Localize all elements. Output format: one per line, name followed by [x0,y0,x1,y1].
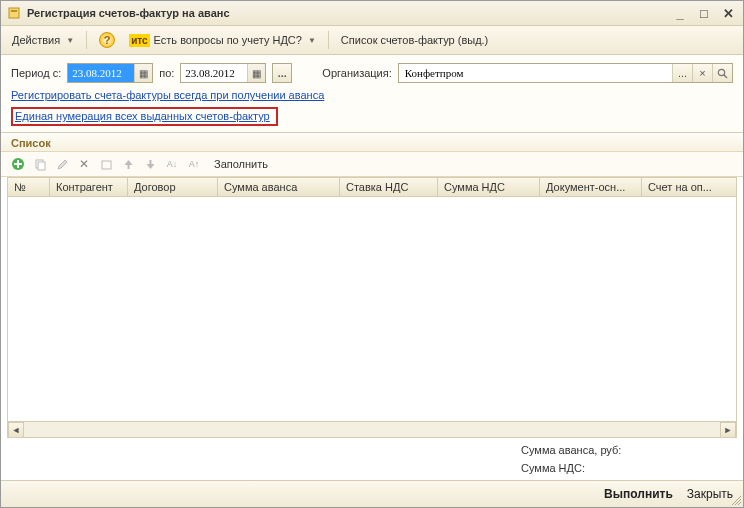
maximize-button[interactable]: □ [695,5,713,21]
svg-point-2 [718,69,724,75]
window-title: Регистрация счетов-фактур на аванс [27,7,230,19]
organization-input[interactable] [399,64,672,82]
close-button[interactable]: ✕ [719,5,737,21]
grid-toolbar: ✕ A↓ A↑ Заполнить [1,152,743,177]
date-to-field[interactable]: ▦ [180,63,266,83]
fill-button[interactable]: Заполнить [207,155,275,173]
itc-question-label: Есть вопросы по учету НДС? [154,34,302,46]
unified-numbering-link[interactable]: Единая нумерация всех выданных счетов-фа… [15,110,270,122]
main-toolbar: Действия ▼ ? итс Есть вопросы по учету Н… [1,26,743,55]
col-contract[interactable]: Договор [128,178,218,196]
col-doc-basis[interactable]: Документ-осн... [540,178,642,196]
sort-desc-button[interactable]: A↑ [185,155,203,173]
organization-lookup-button[interactable] [712,64,732,82]
copy-row-button[interactable] [31,155,49,173]
date-from-field[interactable]: ▦ [67,63,153,83]
organization-field[interactable]: ... × [398,63,733,83]
scroll-right-button[interactable]: ► [720,422,736,438]
list-section-title: Список [1,133,743,152]
close-dialog-button[interactable]: Закрыть [687,487,733,501]
date-to-input[interactable] [181,64,247,82]
edit-row-button[interactable] [53,155,71,173]
period-from-label: Период с: [11,67,61,79]
actions-label: Действия [12,34,60,46]
minimize-button[interactable]: _ [671,5,689,21]
execute-button[interactable]: Выполнить [604,487,673,501]
invoice-list-button[interactable]: Список счетов-фактур (выд.) [336,31,493,49]
col-pay-account[interactable]: Счет на оп... [642,178,736,196]
svg-rect-6 [38,162,45,170]
col-contractor[interactable]: Контрагент [50,178,128,196]
col-advance-sum[interactable]: Сумма аванса [218,178,340,196]
svg-rect-0 [9,8,19,18]
delete-row-button[interactable]: ✕ [75,155,93,173]
svg-rect-1 [11,10,17,12]
register-always-link[interactable]: Регистрировать счета-фактуры всегда при … [11,89,324,101]
svg-line-3 [724,75,727,78]
organization-clear-button[interactable]: × [692,64,712,82]
totals-panel: Сумма аванса, руб: Сумма НДС: [1,438,743,480]
separator [86,31,87,49]
svg-rect-7 [102,161,111,169]
date-from-input[interactable] [68,64,134,82]
add-row-button[interactable] [9,155,27,173]
footer-bar: Выполнить Закрыть [1,480,743,507]
itc-question-button[interactable]: итс Есть вопросы по учету НДС? ▼ [124,31,321,50]
period-to-label: по: [159,67,174,79]
window-icon [7,6,21,20]
actions-menu[interactable]: Действия ▼ [7,31,79,49]
period-picker-button[interactable]: ... [272,63,292,83]
col-num[interactable]: № [8,178,50,196]
chevron-down-icon: ▼ [66,36,74,45]
calendar-icon[interactable]: ▦ [247,64,265,82]
grid-header: № Контрагент Договор Сумма аванса Ставка… [8,178,736,197]
period-row: Период с: ▦ по: ▦ ... Организация: ... × [11,63,733,83]
grid-body[interactable] [8,197,736,421]
total-vat-label: Сумма НДС: [521,462,651,474]
calendar-icon[interactable]: ▦ [134,64,152,82]
col-vat-sum[interactable]: Сумма НДС [438,178,540,196]
scroll-left-button[interactable]: ◄ [8,422,24,438]
col-vat-rate[interactable]: Ставка НДС [340,178,438,196]
unified-numbering-highlight: Единая нумерация всех выданных счетов-фа… [11,107,278,126]
invoice-list-label: Список счетов-фактур (выд.) [341,34,488,46]
separator [328,31,329,49]
organization-picker-button[interactable]: ... [672,64,692,82]
scroll-track[interactable] [24,422,720,437]
sort-asc-button[interactable]: A↓ [163,155,181,173]
horizontal-scrollbar[interactable]: ◄ ► [8,421,736,437]
organization-label: Организация: [322,67,391,79]
finish-edit-button[interactable] [97,155,115,173]
parameters-panel: Период с: ▦ по: ▦ ... Организация: ... × [1,55,743,133]
resize-grip[interactable] [729,493,741,505]
titlebar: Регистрация счетов-фактур на аванс _ □ ✕ [1,1,743,26]
list-grid: № Контрагент Договор Сумма аванса Ставка… [7,177,737,438]
help-icon: ? [99,32,115,48]
itc-badge-icon: итс [129,34,149,47]
move-up-button[interactable] [119,155,137,173]
total-advance-label: Сумма аванса, руб: [521,444,651,456]
help-button[interactable]: ? [94,29,120,51]
chevron-down-icon: ▼ [308,36,316,45]
move-down-button[interactable] [141,155,159,173]
